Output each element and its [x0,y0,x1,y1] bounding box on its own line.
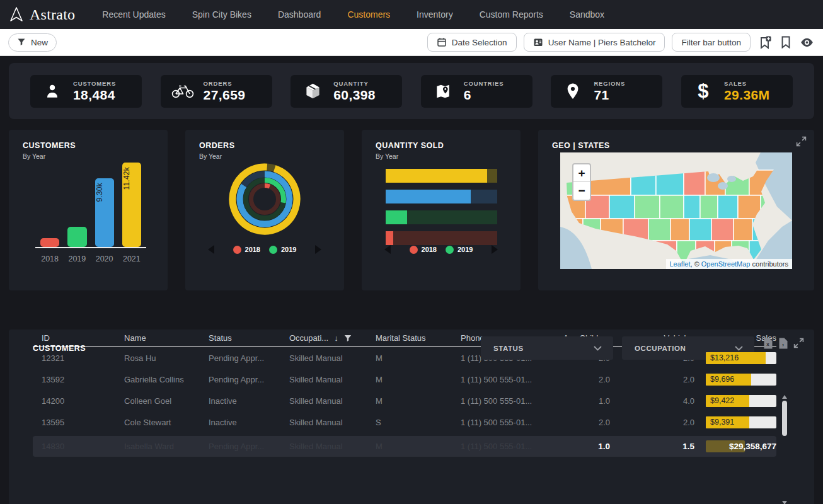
legend-dot-2018 [233,246,241,254]
scroll-down-icon[interactable] [782,501,787,504]
col-name[interactable]: Name [124,333,209,343]
chevron-down-icon [735,346,743,351]
kpi-sales: $ SALES 29.36M [681,75,793,108]
legend-dot-2018 [410,246,418,254]
hbar-2019[interactable] [386,210,497,224]
quantity-chart-card: QUANTITY SOLD By Year 2018 2019 [362,130,521,290]
bicycle-icon [171,84,194,98]
bookmark-add-icon[interactable] [757,35,773,50]
leaflet-link[interactable]: Leaflet [670,260,691,268]
person-icon [41,83,64,100]
zoom-in-button[interactable]: + [573,164,590,182]
hbar-2018[interactable] [386,231,497,245]
chart-title: CUSTOMERS [9,130,168,150]
kpi-regions: REGIONS 71 [551,75,662,108]
nav-item-dashboard[interactable]: Dashboard [265,9,335,20]
export-excel-icon[interactable]: x [763,338,773,352]
package-icon [301,83,324,100]
map-attribution: Leaflet, © OpenStreetMap contributors [666,259,793,269]
kpi-value: 29.36M [724,88,770,103]
zoom-out-button[interactable]: − [573,182,590,200]
main-nav: Recent Updates Spin City Bikes Dashboard… [89,9,618,20]
svg-text:x: x [766,341,769,347]
sort-desc-icon[interactable]: ↓ [334,333,338,343]
legend-prev-icon[interactable] [384,245,391,254]
sales-bar: $9,422 [706,395,776,407]
hbar-2020[interactable] [386,190,497,203]
quantity-legend: 2018 2019 [362,245,521,254]
kpi-customers: CUSTOMERS 18,484 [30,75,142,108]
col-marital-status[interactable]: Marital Status [376,333,461,343]
customers-table-card: CUSTOMERS STATUS OCCUPATION x , [9,329,814,504]
table-row[interactable]: 13595 Cole Stewart Inactive Skilled Manu… [33,411,776,433]
openstreetmap-link[interactable]: OpenStreetMap [701,260,751,268]
customers-chart-card: CUSTOMERS By Year 9.30k 11.42k 2018 2019… [9,130,168,290]
table-title: CUSTOMERS [33,344,86,353]
filter-bar-button[interactable]: Filter bar button [672,33,751,52]
scroll-up-icon[interactable] [782,395,787,399]
col-occupation[interactable]: Occupati... ↓ [289,333,376,343]
kpi-value: 27,659 [204,88,246,103]
date-selection-button[interactable]: Date Selection [427,33,517,52]
expand-icon[interactable] [793,338,804,352]
legend-prev-icon[interactable] [208,245,214,254]
legend-next-icon[interactable] [315,245,321,254]
bar-2018[interactable] [40,238,59,247]
orders-chart-card: ORDERS By Year 2018 2019 [185,130,344,290]
chart-subtitle: By Year [185,150,344,160]
location-pin-icon [561,83,584,100]
dollar-icon: $ [692,81,715,101]
map-icon [432,83,454,100]
quantity-bar-chart [386,169,497,252]
chart-subtitle: By Year [362,150,521,160]
status-filter-dropdown[interactable]: STATUS [481,336,613,360]
us-states-choropleth [560,152,792,269]
filter-funnel-icon [17,38,26,47]
bookmark-icon[interactable] [780,35,792,50]
calendar-icon [437,37,447,47]
new-filter-button[interactable]: New [8,33,57,52]
legend-next-icon[interactable] [492,245,498,254]
kpi-orders: ORDERS 27,659 [161,75,272,108]
col-id[interactable]: ID [33,333,124,343]
sales-bar: $9,696 [706,374,776,386]
bar-2019[interactable] [67,227,86,247]
user-badge-icon [533,37,543,47]
expand-icon[interactable] [796,136,807,149]
bar-2021[interactable]: 11.42k [122,163,141,247]
col-status[interactable]: Status [209,333,289,343]
kpi-value: 6 [464,88,504,103]
nav-item-sandbox[interactable]: Sandbox [556,9,618,20]
customers-bar-chart: 9.30k 11.42k [35,163,146,248]
nav-item-customers[interactable]: Customers [334,9,403,20]
export-csv-icon[interactable]: , [778,338,788,352]
bar-2020[interactable]: 9.30k [95,178,114,247]
brand[interactable]: Astrato [9,6,75,23]
scrollbar-thumb[interactable] [782,401,787,436]
astrato-logo-icon [9,6,24,23]
kpi-value: 71 [594,88,625,103]
kpi-quantity: QUANTITY 60,398 [291,75,402,108]
user-name-button[interactable]: User Name | Piers Batchelor [524,33,665,52]
kpi-panel: CUSTOMERS 18,484 ORDERS 27,659 [9,63,814,119]
charts-row: CUSTOMERS By Year 9.30k 11.42k 2018 2019… [9,130,814,290]
chart-title: QUANTITY SOLD [362,130,521,150]
leaflet-us-map[interactable]: + − Leaflet, © OpenStreetMap contributor… [560,152,792,269]
nav-item-recent-updates[interactable]: Recent Updates [89,9,178,20]
brand-name: Astrato [30,6,75,23]
chart-title: ORDERS [185,130,344,150]
orders-donut-chart[interactable] [227,161,302,239]
total-vehicles: 1.5 [610,442,694,451]
nav-item-spin-city-bikes[interactable]: Spin City Bikes [179,9,265,20]
column-filter-icon[interactable] [344,335,352,342]
table-row[interactable]: 14200 Colleen Goel Inactive Skilled Manu… [33,390,776,411]
nav-item-custom-reports[interactable]: Custom Reports [466,9,556,20]
eye-icon[interactable] [799,37,815,49]
table-row[interactable]: 13592 Gabriella Collins Pending Appr... … [33,369,776,390]
chart-subtitle: By Year [9,150,168,160]
hbar-2021[interactable] [386,169,497,183]
legend-dot-2019 [446,246,454,254]
nav-item-inventory[interactable]: Inventory [403,9,466,20]
total-sales: $29,358,677 [706,440,776,452]
kpi-value: 60,398 [333,88,376,103]
